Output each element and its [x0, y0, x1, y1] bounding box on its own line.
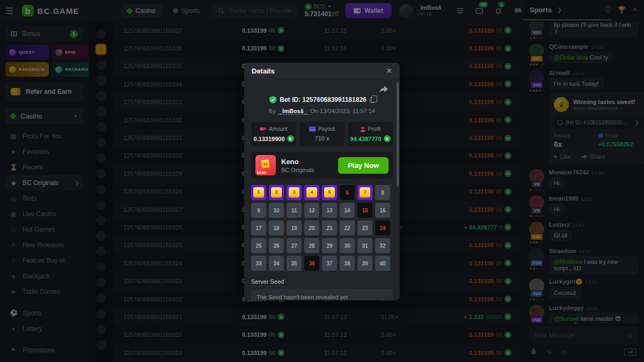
copy-icon[interactable] [370, 97, 375, 103]
keno-number-13[interactable]: 13 [322, 203, 337, 218]
modal-scrollbar[interactable] [397, 82, 399, 187]
bet-stats: Amount 0.13319900b Payout 710 x Profit 9… [244, 114, 400, 146]
player-link[interactable]: _ImBosš_ [277, 108, 309, 115]
keno-number-33[interactable]: 33 [251, 256, 266, 271]
stat-profit: Profit 94.4387770b [348, 122, 393, 146]
bcd-coin-icon: b [384, 135, 391, 142]
keno-number-3[interactable]: 3 [287, 185, 302, 200]
keno-number-28[interactable]: 28 [304, 238, 319, 253]
keno-number-9[interactable]: 9 [251, 203, 266, 218]
bet-datetime: 13/04/2023, 11:57:14 [320, 108, 375, 114]
keno-number-34[interactable]: 34 [269, 256, 284, 271]
keno-number-15[interactable]: 15 [357, 203, 372, 218]
keno-number-32[interactable]: 32 [375, 238, 390, 253]
keno-number-31[interactable]: 31 [357, 238, 372, 253]
keno-number-12[interactable]: 12 [304, 203, 319, 218]
modal-header: Details ✕ [244, 63, 400, 79]
game-name: Keno [281, 158, 314, 166]
play-now-button[interactable]: Play Now [338, 157, 389, 174]
keno-number-30[interactable]: 30 [340, 238, 355, 253]
keno-number-19[interactable]: 19 [287, 220, 302, 235]
share-icon[interactable] [379, 85, 388, 95]
keno-number-23[interactable]: 23 [357, 220, 372, 235]
keno-number-1[interactable]: 1 [251, 185, 266, 200]
keno-number-18[interactable]: 18 [269, 220, 284, 235]
keno-number-8[interactable]: 8 [375, 185, 390, 200]
modal-title: Details [252, 67, 386, 75]
selected-gold-tile: 7 [360, 187, 370, 198]
stat-payout: Payout 710 x [299, 122, 345, 146]
keno-number-grid: 1234567891011121314151617181920212223242… [244, 179, 400, 271]
payout-card-icon [309, 127, 316, 131]
keno-number-24[interactable]: 24 [375, 220, 390, 235]
keno-number-40[interactable]: 40 [375, 256, 390, 271]
keno-game-icon: 12 KENO [255, 155, 276, 175]
keno-number-10[interactable]: 10 [269, 203, 284, 218]
selected-gold-tile: 1 [253, 187, 264, 198]
keno-number-20[interactable]: 20 [304, 220, 319, 235]
amount-coins-icon [260, 127, 266, 131]
profit-person-icon [360, 127, 365, 132]
selected-gold-tile: 3 [289, 187, 299, 198]
verified-shield-icon [269, 96, 276, 104]
selected-gold-tile: 2 [271, 187, 282, 198]
keno-number-17[interactable]: 17 [251, 220, 266, 235]
keno-number-14[interactable]: 14 [340, 203, 355, 218]
stat-amount: Amount 0.13319900b [251, 122, 296, 146]
keno-number-7[interactable]: 7 [357, 185, 372, 200]
keno-number-22[interactable]: 22 [340, 220, 355, 235]
keno-number-29[interactable]: 29 [322, 238, 337, 253]
keno-number-26[interactable]: 26 [269, 238, 284, 253]
keno-number-25[interactable]: 25 [251, 238, 266, 253]
game-card: 12 KENO Keno BC Originals Play Now [251, 152, 393, 179]
keno-number-37[interactable]: 37 [322, 256, 337, 271]
server-seed-label: Server Seed [244, 271, 400, 285]
keno-number-21[interactable]: 21 [322, 220, 337, 235]
bet-details-modal: Details ✕ Bet ID: 125760683991181826 By … [244, 63, 400, 300]
selected-gold-tile: 5 [324, 187, 335, 198]
bet-id: Bet ID: 125760683991181826 [280, 96, 366, 104]
keno-number-2[interactable]: 2 [269, 185, 284, 200]
selected-gold-tile: 4 [306, 187, 317, 198]
server-seed-value: The Seed hasn't been revealed yet [251, 289, 393, 300]
keno-number-36[interactable]: 36 [304, 256, 319, 271]
keno-number-6[interactable]: 6 [340, 185, 355, 200]
keno-number-39[interactable]: 39 [357, 256, 372, 271]
keno-number-11[interactable]: 11 [287, 203, 302, 218]
keno-number-27[interactable]: 27 [287, 238, 302, 253]
keno-number-4[interactable]: 4 [304, 185, 319, 200]
keno-number-38[interactable]: 38 [340, 256, 355, 271]
keno-number-16[interactable]: 16 [375, 203, 390, 218]
game-provider: BC Originals [281, 167, 314, 173]
keno-number-35[interactable]: 35 [287, 256, 302, 271]
bcd-coin-icon: b [287, 135, 294, 142]
keno-number-5[interactable]: 5 [322, 185, 337, 200]
modal-close-icon[interactable]: ✕ [386, 67, 392, 75]
